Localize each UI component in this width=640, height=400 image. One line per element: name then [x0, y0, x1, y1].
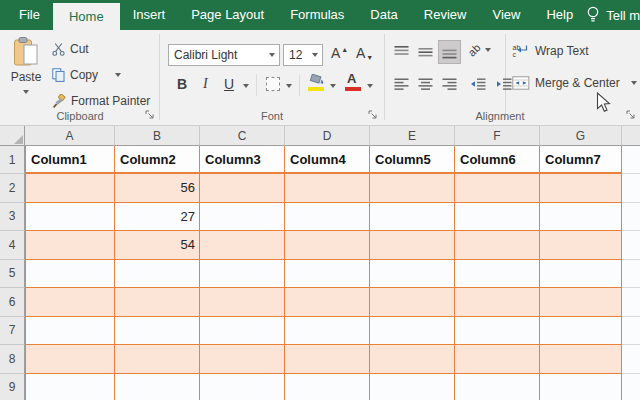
cell-B3[interactable]: 27 [115, 203, 200, 232]
cell-G8[interactable] [540, 345, 622, 374]
column-header-A[interactable]: A [25, 126, 115, 146]
font-color-button[interactable]: A [345, 74, 363, 90]
column-header-partial[interactable] [622, 126, 640, 146]
format-painter-button[interactable]: Format Painter [52, 94, 150, 108]
cell-F1[interactable]: Column6 [455, 146, 540, 174]
cell-B6[interactable] [115, 288, 200, 317]
cell-D9[interactable] [285, 374, 370, 400]
cell-B4[interactable]: 54 [115, 231, 200, 260]
underline-button[interactable]: U [224, 76, 234, 92]
tab-home[interactable]: Home [53, 3, 120, 30]
cell-C3[interactable] [200, 203, 285, 232]
tab-insert[interactable]: Insert [120, 0, 179, 30]
row-header-9[interactable]: 9 [0, 374, 25, 400]
font-size-combobox[interactable]: 12 [283, 44, 323, 66]
row-header-2[interactable]: 2 [0, 174, 25, 203]
middle-align-button[interactable] [414, 40, 437, 64]
borders-button[interactable] [266, 77, 280, 91]
column-header-E[interactable]: E [370, 126, 455, 146]
cell-B2[interactable]: 56 [115, 174, 200, 203]
align-left-button[interactable] [390, 72, 413, 96]
increase-font-size-button[interactable]: A ▲ [331, 45, 348, 61]
cell-A5[interactable] [25, 260, 115, 289]
tab-view[interactable]: View [479, 0, 533, 30]
cell-D3[interactable] [285, 203, 370, 232]
cell-H7[interactable] [622, 317, 640, 346]
cell-D1[interactable]: Column4 [285, 146, 370, 174]
cell-H6[interactable] [622, 288, 640, 317]
orientation-dropdown-arrow[interactable] [485, 48, 491, 52]
cell-D2[interactable] [285, 174, 370, 203]
cut-button[interactable]: Cut [52, 42, 89, 56]
tab-data[interactable]: Data [357, 0, 410, 30]
cell-H1[interactable] [622, 146, 640, 174]
cell-F5[interactable] [455, 260, 540, 289]
column-header-D[interactable]: D [285, 126, 370, 146]
row-header-5[interactable]: 5 [0, 260, 25, 289]
cell-E9[interactable] [370, 374, 455, 400]
cell-A4[interactable] [25, 231, 115, 260]
cell-F6[interactable] [455, 288, 540, 317]
cell-E8[interactable] [370, 345, 455, 374]
row-header-8[interactable]: 8 [0, 345, 25, 374]
cell-F8[interactable] [455, 345, 540, 374]
cell-G9[interactable] [540, 374, 622, 400]
cell-E7[interactable] [370, 317, 455, 346]
select-all-corner[interactable] [0, 126, 25, 146]
column-header-C[interactable]: C [200, 126, 285, 146]
underline-dropdown-arrow[interactable] [243, 84, 249, 88]
cell-C7[interactable] [200, 317, 285, 346]
cell-G7[interactable] [540, 317, 622, 346]
cell-A9[interactable] [25, 374, 115, 400]
cell-H4[interactable] [622, 231, 640, 260]
cell-D6[interactable] [285, 288, 370, 317]
alignment-dialog-launcher[interactable] [626, 109, 638, 121]
column-header-G[interactable]: G [540, 126, 622, 146]
cell-E1[interactable]: Column5 [370, 146, 455, 174]
row-header-1[interactable]: 1 [0, 146, 25, 174]
font-name-dropdown-arrow[interactable] [269, 53, 275, 57]
tell-me-box[interactable]: Tell me [586, 0, 640, 30]
align-center-button[interactable] [414, 72, 437, 96]
font-size-dropdown-arrow[interactable] [312, 53, 318, 57]
clipboard-dialog-launcher[interactable] [145, 109, 157, 121]
cell-C5[interactable] [200, 260, 285, 289]
cell-D4[interactable] [285, 231, 370, 260]
cell-A1[interactable]: Column1 [25, 146, 115, 174]
copy-dropdown-arrow[interactable] [115, 73, 121, 77]
row-header-6[interactable]: 6 [0, 288, 25, 317]
borders-dropdown-arrow[interactable] [286, 84, 292, 88]
font-name-combobox[interactable]: Calibri Light [168, 44, 280, 66]
merge-center-dropdown-arrow[interactable] [631, 81, 637, 85]
cell-C8[interactable] [200, 345, 285, 374]
cell-E5[interactable] [370, 260, 455, 289]
copy-button[interactable]: Copy [52, 68, 121, 82]
tab-file[interactable]: File [6, 0, 53, 30]
cell-G4[interactable] [540, 231, 622, 260]
cell-B9[interactable] [115, 374, 200, 400]
cell-C1[interactable]: Column3 [200, 146, 285, 174]
cell-C2[interactable] [200, 174, 285, 203]
font-color-dropdown-arrow[interactable] [367, 84, 373, 88]
wrap-text-button[interactable]: ab c Wrap Text [512, 43, 589, 58]
cell-A6[interactable] [25, 288, 115, 317]
cell-G5[interactable] [540, 260, 622, 289]
paste-dropdown-arrow[interactable] [23, 90, 29, 94]
bold-button[interactable]: B [177, 76, 187, 92]
cell-E3[interactable] [370, 203, 455, 232]
cell-E2[interactable] [370, 174, 455, 203]
tab-help[interactable]: Help [533, 0, 586, 30]
top-align-button[interactable] [390, 40, 413, 64]
tab-review[interactable]: Review [411, 0, 480, 30]
italic-button[interactable]: I [203, 76, 208, 92]
cell-B1[interactable]: Column2 [115, 146, 200, 174]
merge-and-center-button[interactable]: Merge & Center [512, 76, 637, 90]
cell-F4[interactable] [455, 231, 540, 260]
row-header-7[interactable]: 7 [0, 317, 25, 346]
cell-H3[interactable] [622, 203, 640, 232]
cell-H9[interactable] [622, 374, 640, 400]
cell-A3[interactable] [25, 203, 115, 232]
fill-color-dropdown-arrow[interactable] [330, 84, 336, 88]
decrease-indent-button[interactable] [466, 72, 489, 96]
cell-E6[interactable] [370, 288, 455, 317]
